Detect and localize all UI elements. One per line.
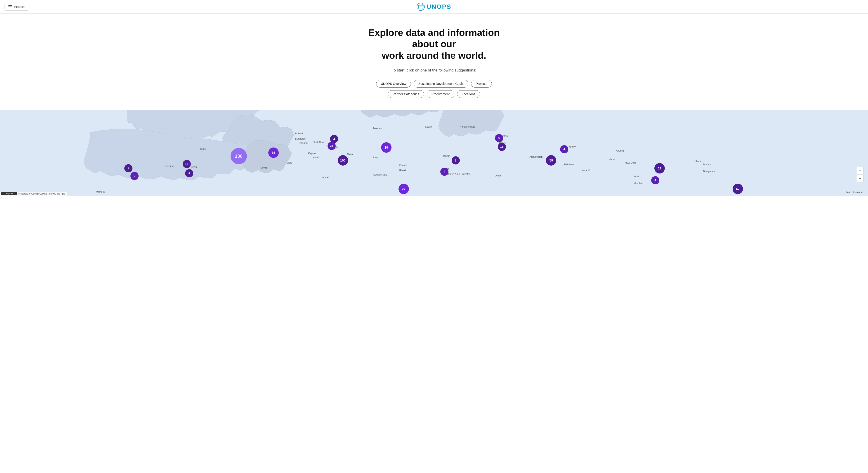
map-cluster-67[interactable]: 67 [733, 184, 743, 194]
suggestions-row-1: UNOPS Overview Sustainable Development G… [4, 80, 864, 88]
map-cluster-2-upper[interactable]: 2 [124, 164, 132, 172]
logo-text: UNOPS [427, 3, 452, 10]
hero-section: Explore data and information about our w… [0, 13, 868, 110]
suggestion-projects[interactable]: Projects [471, 80, 492, 88]
geo-label-kyrgyz: Kyrgyz [568, 145, 576, 148]
mapbox-logo: mapbox [1, 192, 17, 195]
geo-label-syria: Syria [347, 153, 353, 155]
geo-label-iraq: Iraq [373, 156, 377, 159]
map-cluster-11-right[interactable]: 11 [654, 163, 665, 174]
map-controls: + − [856, 167, 864, 182]
map-cluster-27[interactable]: 27 [399, 184, 409, 194]
geo-label-jeddah: Jeddah [321, 176, 329, 179]
map-attribution: mapbox © Mapbox © OpenStreetMap Improve … [0, 191, 67, 196]
geo-label-tehran: Tehran [442, 154, 450, 157]
geo-label-istanbul: Istanbul [300, 142, 308, 144]
geo-label-riyadh: Riyadh [399, 169, 407, 172]
geo-label-black-sea: Black Sea [312, 141, 324, 143]
geo-label-kazan: Kazan [426, 125, 432, 128]
map-disclaimer[interactable]: Map Disclaimer [846, 191, 864, 194]
geo-label-bhutan: Bhutan [703, 163, 711, 166]
geo-label-kuwait: Kuwait [399, 164, 407, 167]
map-cluster-11-mid[interactable]: 11 [498, 143, 506, 151]
hero-subtitle: To start, click on one of the following … [4, 68, 864, 72]
map-cluster-19[interactable]: 19 [381, 142, 392, 153]
geo-label-new-delhi: New Delhi [625, 161, 636, 164]
suggestions-row-2: Partner Categories Procurement Locations [4, 90, 864, 98]
geo-label-mumbai: Mumbai [633, 182, 643, 185]
map-cluster-4-uae[interactable]: 4 [440, 168, 448, 176]
zoom-in-button[interactable]: + [856, 167, 864, 174]
geo-label-israel: Israel [312, 156, 318, 159]
header: Explore UNOPS [0, 0, 868, 13]
geo-label-tunis: Tunis [199, 147, 206, 150]
geo-label-china: China [694, 160, 701, 162]
geo-label-oman: Oman [495, 174, 502, 177]
geo-label-saudi-arabia: Saudi Arabia [373, 173, 387, 176]
map-cluster-26[interactable]: 26 [328, 142, 336, 150]
hero-title: Explore data and information about our w… [355, 27, 513, 61]
zoom-out-button[interactable]: − [856, 175, 864, 182]
logo: UNOPS [416, 3, 452, 11]
explore-label: Explore [14, 5, 25, 8]
geo-label-urumqi: Urümqi [616, 149, 624, 152]
geo-label-lahore: Lahore [608, 158, 615, 160]
geo-label-afghanistan: Afghanistan [529, 155, 542, 158]
geo-label-pakistan: Pakistan [564, 163, 574, 166]
explore-button[interactable]: Explore [4, 3, 29, 11]
suggestion-sdg[interactable]: Sustainable Development Goals [414, 80, 468, 88]
map-cluster-38[interactable]: 38 [268, 147, 279, 158]
geo-label-yekaterinburg: Yekaterinburg [460, 125, 475, 128]
attribution-text[interactable]: © Mapbox © OpenStreetMap Improve this ma… [18, 193, 65, 195]
map-section: Poland Bucharest Istanbul Türkyie Cyprus… [0, 110, 868, 196]
geo-label-egypt: Egypt [260, 167, 267, 169]
geo-label-cairo: Cairo [286, 161, 292, 164]
geo-label-uae: United Arab Emirates [447, 173, 471, 175]
geo-label-western: Western [95, 190, 105, 193]
map-cluster-15[interactable]: 15 [183, 160, 191, 168]
geo-label-poland: Poland [295, 132, 303, 135]
geo-label-india: India [633, 175, 639, 178]
geo-label-moscow: Moscow [373, 127, 382, 129]
suggestion-locations[interactable]: Locations [457, 90, 480, 98]
geo-label-portugal: Portugal [165, 165, 174, 168]
geo-label-libya: Libya [191, 166, 197, 168]
geo-label-cyprus: Cyprus [308, 152, 316, 154]
map-cluster-100[interactable]: 100 [338, 155, 348, 166]
map-labels-container: Poland Bucharest Istanbul Türkyie Cyprus… [0, 110, 868, 196]
un-globe-icon [416, 3, 425, 11]
map-cluster-5-top[interactable]: 5 [495, 134, 503, 142]
geo-label-bangladesh: Bangladesh [703, 170, 716, 173]
suggestion-procurement[interactable]: Procurement [427, 90, 454, 98]
suggestion-partner-categories[interactable]: Partner Categories [388, 90, 424, 98]
map-cluster-130[interactable]: 130 [230, 148, 247, 164]
hamburger-icon [8, 5, 12, 8]
geo-label-karachi: Karachi [582, 169, 590, 172]
map-cluster-2-bottom[interactable]: 2 [130, 172, 138, 180]
map-cluster-4-right[interactable]: 4 [560, 145, 568, 153]
geo-label-bucharest: Bucharest [295, 137, 307, 140]
map-cluster-4-india[interactable]: 4 [651, 176, 659, 184]
suggestion-unops-overview[interactable]: UNOPS Overview [376, 80, 411, 88]
